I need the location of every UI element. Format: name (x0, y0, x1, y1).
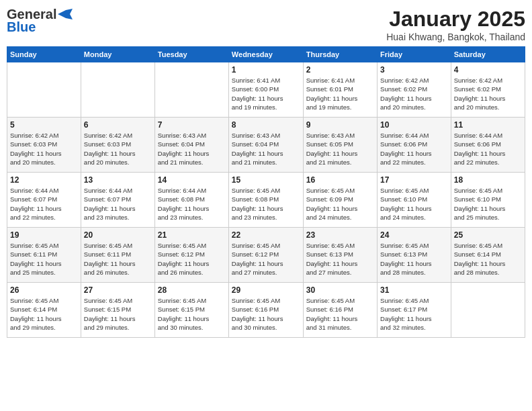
calendar-cell: 26Sunrise: 6:45 AM Sunset: 6:14 PM Dayli… (7, 283, 81, 338)
day-info: Sunrise: 6:42 AM Sunset: 6:02 PM Dayligh… (454, 76, 522, 111)
calendar-cell: 6Sunrise: 6:42 AM Sunset: 6:03 PM Daylig… (81, 118, 154, 173)
day-info: Sunrise: 6:44 AM Sunset: 6:06 PM Dayligh… (380, 131, 448, 167)
calendar-cell: 7Sunrise: 6:43 AM Sunset: 6:04 PM Daylig… (154, 118, 228, 173)
day-number: 20 (84, 230, 152, 240)
day-number: 24 (380, 230, 448, 240)
calendar-cell: 29Sunrise: 6:45 AM Sunset: 6:16 PM Dayli… (228, 283, 303, 338)
day-info: Sunrise: 6:42 AM Sunset: 6:02 PM Dayligh… (380, 76, 448, 111)
day-number: 11 (454, 120, 522, 130)
day-info: Sunrise: 6:45 AM Sunset: 6:15 PM Dayligh… (158, 296, 226, 332)
day-number: 9 (306, 120, 374, 130)
calendar-cell: 30Sunrise: 6:45 AM Sunset: 6:16 PM Dayli… (303, 283, 377, 338)
logo-blue: Blue (7, 19, 36, 35)
day-number: 5 (10, 120, 78, 130)
logo-bird-icon (58, 9, 73, 19)
day-number: 15 (232, 175, 300, 185)
day-info: Sunrise: 6:43 AM Sunset: 6:04 PM Dayligh… (232, 131, 300, 167)
logo: General Blue (7, 7, 73, 35)
calendar-cell: 10Sunrise: 6:44 AM Sunset: 6:06 PM Dayli… (378, 118, 451, 173)
day-info: Sunrise: 6:42 AM Sunset: 6:03 PM Dayligh… (84, 131, 152, 167)
day-info: Sunrise: 6:44 AM Sunset: 6:06 PM Dayligh… (454, 131, 522, 167)
day-number: 13 (84, 175, 152, 185)
calendar-cell: 21Sunrise: 6:45 AM Sunset: 6:12 PM Dayli… (154, 228, 228, 283)
day-number: 28 (158, 285, 226, 295)
day-info: Sunrise: 6:42 AM Sunset: 6:03 PM Dayligh… (10, 131, 78, 167)
day-info: Sunrise: 6:45 AM Sunset: 6:17 PM Dayligh… (380, 296, 448, 332)
day-number: 12 (10, 175, 78, 185)
day-number: 14 (158, 175, 226, 185)
day-info: Sunrise: 6:45 AM Sunset: 6:11 PM Dayligh… (10, 241, 78, 277)
day-info: Sunrise: 6:45 AM Sunset: 6:15 PM Dayligh… (84, 296, 152, 332)
day-info: Sunrise: 6:45 AM Sunset: 6:16 PM Dayligh… (306, 296, 374, 332)
calendar-table: SundayMondayTuesdayWednesdayThursdayFrid… (7, 46, 525, 338)
day-info: Sunrise: 6:45 AM Sunset: 6:13 PM Dayligh… (306, 241, 374, 277)
day-number: 29 (232, 285, 300, 295)
day-number: 1 (232, 65, 300, 75)
day-info: Sunrise: 6:44 AM Sunset: 6:08 PM Dayligh… (158, 186, 226, 222)
day-number: 21 (158, 230, 226, 240)
week-row-5: 26Sunrise: 6:45 AM Sunset: 6:14 PM Dayli… (7, 283, 525, 338)
page-header: General Blue January 2025 Huai Khwang, B… (7, 7, 525, 42)
day-number: 10 (380, 120, 448, 130)
calendar-cell: 2Sunrise: 6:41 AM Sunset: 6:01 PM Daylig… (303, 62, 377, 118)
day-number: 17 (380, 175, 448, 185)
weekday-header-friday: Friday (378, 47, 451, 62)
day-info: Sunrise: 6:45 AM Sunset: 6:10 PM Dayligh… (380, 186, 448, 222)
calendar-cell: 13Sunrise: 6:44 AM Sunset: 6:07 PM Dayli… (81, 173, 154, 228)
day-number: 22 (232, 230, 300, 240)
calendar-cell: 9Sunrise: 6:43 AM Sunset: 6:05 PM Daylig… (303, 118, 377, 173)
title-area: January 2025 Huai Khwang, Bangkok, Thail… (386, 7, 525, 42)
day-info: Sunrise: 6:45 AM Sunset: 6:09 PM Dayligh… (306, 186, 374, 222)
calendar-cell: 20Sunrise: 6:45 AM Sunset: 6:11 PM Dayli… (81, 228, 154, 283)
calendar-cell: 8Sunrise: 6:43 AM Sunset: 6:04 PM Daylig… (228, 118, 303, 173)
calendar-cell: 23Sunrise: 6:45 AM Sunset: 6:13 PM Dayli… (303, 228, 377, 283)
day-info: Sunrise: 6:43 AM Sunset: 6:04 PM Dayligh… (158, 131, 226, 167)
calendar-subtitle: Huai Khwang, Bangkok, Thailand (386, 32, 525, 42)
calendar-cell: 14Sunrise: 6:44 AM Sunset: 6:08 PM Dayli… (154, 173, 228, 228)
day-number: 27 (84, 285, 152, 295)
calendar-cell (7, 62, 81, 118)
day-info: Sunrise: 6:45 AM Sunset: 6:14 PM Dayligh… (10, 296, 78, 332)
day-info: Sunrise: 6:43 AM Sunset: 6:05 PM Dayligh… (306, 131, 374, 167)
svg-marker-0 (58, 9, 73, 19)
week-row-4: 19Sunrise: 6:45 AM Sunset: 6:11 PM Dayli… (7, 228, 525, 283)
day-number: 7 (158, 120, 226, 130)
calendar-cell (451, 283, 525, 338)
weekday-header-tuesday: Tuesday (154, 47, 228, 62)
calendar-cell: 27Sunrise: 6:45 AM Sunset: 6:15 PM Dayli… (81, 283, 154, 338)
calendar-cell: 4Sunrise: 6:42 AM Sunset: 6:02 PM Daylig… (451, 62, 525, 118)
calendar-cell: 16Sunrise: 6:45 AM Sunset: 6:09 PM Dayli… (303, 173, 377, 228)
day-number: 4 (454, 65, 522, 75)
day-info: Sunrise: 6:45 AM Sunset: 6:11 PM Dayligh… (84, 241, 152, 277)
week-row-2: 5Sunrise: 6:42 AM Sunset: 6:03 PM Daylig… (7, 118, 525, 173)
calendar-cell: 19Sunrise: 6:45 AM Sunset: 6:11 PM Dayli… (7, 228, 81, 283)
day-number: 18 (454, 175, 522, 185)
day-number: 2 (306, 65, 374, 75)
day-number: 8 (232, 120, 300, 130)
weekday-header-wednesday: Wednesday (228, 47, 303, 62)
day-info: Sunrise: 6:41 AM Sunset: 6:00 PM Dayligh… (232, 76, 300, 111)
weekday-header-monday: Monday (81, 47, 154, 62)
day-info: Sunrise: 6:45 AM Sunset: 6:12 PM Dayligh… (232, 241, 300, 277)
calendar-cell: 15Sunrise: 6:45 AM Sunset: 6:08 PM Dayli… (228, 173, 303, 228)
weekday-header-saturday: Saturday (451, 47, 525, 62)
day-info: Sunrise: 6:45 AM Sunset: 6:14 PM Dayligh… (454, 241, 522, 277)
day-info: Sunrise: 6:44 AM Sunset: 6:07 PM Dayligh… (10, 186, 78, 222)
day-info: Sunrise: 6:45 AM Sunset: 6:13 PM Dayligh… (380, 241, 448, 277)
day-info: Sunrise: 6:45 AM Sunset: 6:16 PM Dayligh… (232, 296, 300, 332)
calendar-cell: 1Sunrise: 6:41 AM Sunset: 6:00 PM Daylig… (228, 62, 303, 118)
day-info: Sunrise: 6:41 AM Sunset: 6:01 PM Dayligh… (306, 76, 374, 111)
weekday-header-sunday: Sunday (7, 47, 81, 62)
week-row-3: 12Sunrise: 6:44 AM Sunset: 6:07 PM Dayli… (7, 173, 525, 228)
calendar-cell: 18Sunrise: 6:45 AM Sunset: 6:10 PM Dayli… (451, 173, 525, 228)
calendar-cell (154, 62, 228, 118)
calendar-cell: 3Sunrise: 6:42 AM Sunset: 6:02 PM Daylig… (378, 62, 451, 118)
week-row-1: 1Sunrise: 6:41 AM Sunset: 6:00 PM Daylig… (7, 62, 525, 118)
day-info: Sunrise: 6:44 AM Sunset: 6:07 PM Dayligh… (84, 186, 152, 222)
weekday-header-thursday: Thursday (303, 47, 377, 62)
day-number: 16 (306, 175, 374, 185)
calendar-cell: 31Sunrise: 6:45 AM Sunset: 6:17 PM Dayli… (378, 283, 451, 338)
day-number: 6 (84, 120, 152, 130)
calendar-cell: 24Sunrise: 6:45 AM Sunset: 6:13 PM Dayli… (378, 228, 451, 283)
day-number: 3 (380, 65, 448, 75)
